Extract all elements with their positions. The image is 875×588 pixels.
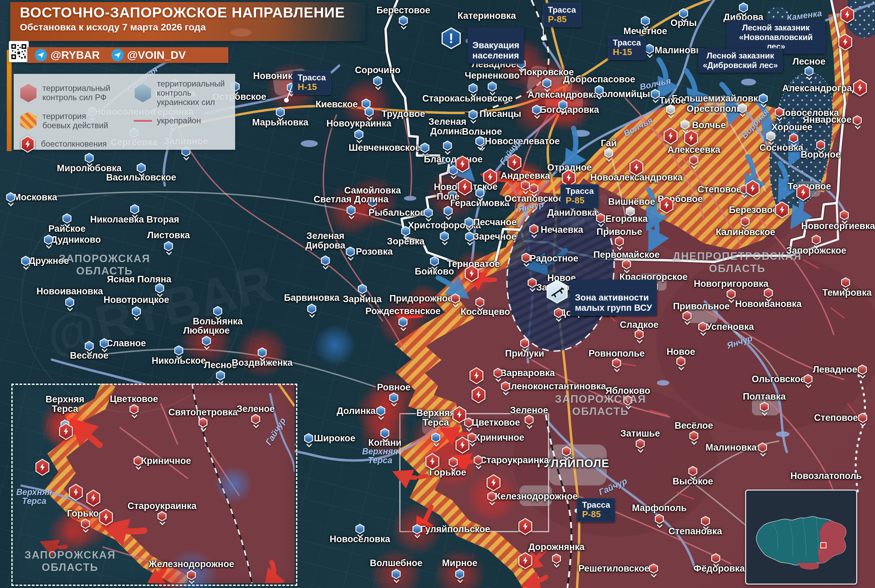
legend-label: территориальный контроль украинских сил [157, 79, 232, 107]
evacuation-text: Эвакуация населения [472, 40, 519, 60]
qr-code [9, 41, 29, 62]
ukraine-minimap [745, 489, 857, 585]
ua-hexagon-icon [133, 84, 152, 102]
telegram-handle: @VOIN_DV [127, 49, 186, 62]
qr-pattern [10, 44, 27, 60]
occupied-area [818, 520, 846, 563]
occupied-south [797, 562, 819, 570]
telegram-channel-rybar[interactable]: @RYBAR [35, 49, 100, 62]
telegram-icon [111, 49, 124, 61]
watermark-circle [21, 192, 242, 413]
telegram-icon [35, 49, 47, 61]
legend-label: боестолкновения [41, 140, 107, 149]
battle-hexagon-icon [19, 112, 37, 130]
telegram-handle: @RYBAR [51, 49, 100, 62]
clash-icon [19, 135, 36, 153]
legend-item-clashes: боестолкновения [19, 135, 133, 153]
legend-item-battle-zone: территория боевых действий [19, 112, 133, 130]
accent-bar [7, 50, 12, 151]
title-banner: ВОСТОЧНО-ЗАПОРОЖСКОЕ НАПРАВЛЕНИЕ Обстано… [10, 2, 366, 41]
ua-zone-text: Зона активности малых групп ВСУ [575, 292, 652, 313]
page-subtitle: Обстановка к исходу 7 марта 2026 года [20, 22, 366, 32]
legend-item-ua-control: территориальный контроль украинских сил [133, 79, 232, 107]
rifle-icon [545, 280, 569, 304]
fortline-icon [133, 120, 152, 122]
telegram-channel-voin-dv[interactable]: @VOIN_DV [111, 49, 186, 62]
legend-label: территория боевых действий [42, 112, 108, 130]
legend-item-fortified-line: укрепрайон [133, 112, 232, 130]
inset-map [11, 384, 297, 586]
warning-icon: ! [440, 27, 462, 49]
rf-hexagon-icon [19, 84, 37, 102]
evacuation-label: Эвакуация населения [467, 27, 524, 64]
ua-zone-label: Зона активности малых групп ВСУ [570, 280, 657, 316]
telegram-bar: @RYBAR @VOIN_DV [27, 47, 228, 63]
legend-item-rf-control: территориальный контроль сил РФ [19, 79, 133, 107]
legend-label: территориальный контроль сил РФ [42, 84, 110, 102]
page-title: ВОСТОЧНО-ЗАПОРОЖСКОЕ НАПРАВЛЕНИЕ [20, 6, 366, 20]
legend-label: укрепрайон [157, 116, 201, 126]
legend: территориальный контроль сил РФ территор… [13, 74, 235, 150]
location-marker [821, 543, 826, 548]
situation-map: @RYBAR RYBAR БерестовоеКатериновкаСорочи… [0, 0, 875, 588]
